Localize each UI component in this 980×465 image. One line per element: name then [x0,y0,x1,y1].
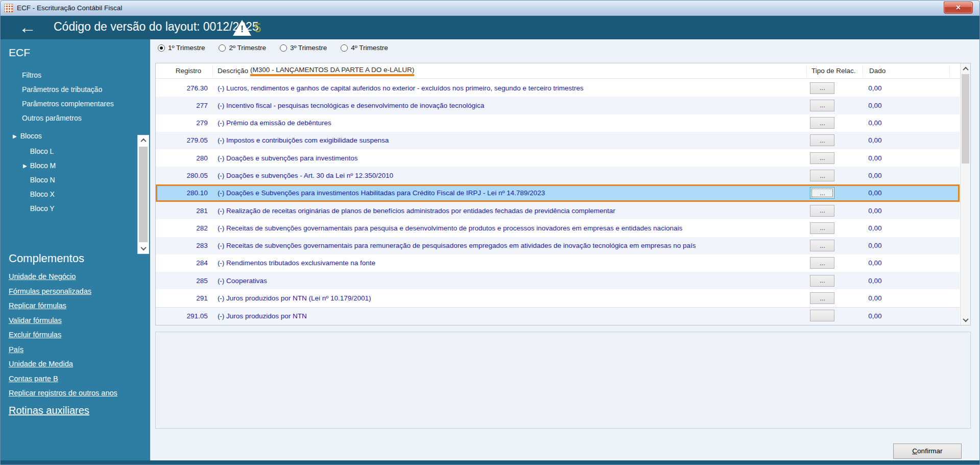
tipo-relac-cell: ... [806,187,862,199]
dado-cell[interactable]: 0,00 [862,312,960,320]
back-arrow-icon[interactable]: ← [19,16,36,38]
tipo-relac-button[interactable]: ... [810,100,834,111]
table-row-284[interactable]: 284 (-) Rendimentos tributados exclusiva… [156,254,960,272]
table-row-277[interactable]: 277 (-) Incentivo fiscal - pesquisas tec… [156,97,960,114]
descricao-cell: (-) Receitas de subvenções governamentai… [213,242,806,249]
link-formulas-personalizadas[interactable]: Fórmulas personalizadas [9,287,150,295]
tipo-relac-cell: ... [806,240,862,251]
table-row-279.05[interactable]: 279.05 (-) Impostos e contribuições com … [156,132,960,149]
tipo-relac-button[interactable]: ... [810,292,834,304]
tree-expand-icon[interactable]: ▶ [23,163,27,169]
column-header-registro: Registro [156,65,213,77]
link-validar-formulas[interactable]: Validar fórmulas [9,316,150,324]
table-row-280.10[interactable]: 280.10 (-) Doações e Subvenções para inv… [156,184,960,202]
dado-cell[interactable]: 0,00 [862,189,960,197]
radio-label: 1º Trimestre [168,44,205,52]
sidebar-item-bloco-n[interactable]: ▶Bloco N [23,176,150,184]
dado-cell[interactable]: 0,00 [862,154,960,162]
radio-icon[interactable] [219,44,226,52]
dado-cell[interactable]: 0,00 [862,119,960,127]
tipo-relac-button[interactable]: ... [810,240,834,251]
tipo-relac-button[interactable]: ... [810,134,834,146]
dado-cell[interactable]: 0,00 [862,224,960,232]
link-excluir-formulas[interactable]: Excluir fórmulas [9,331,150,339]
tipo-relac-button[interactable] [810,310,834,321]
sidebar-item-parametros-complementares[interactable]: Parâmetros complementares [22,100,150,108]
dado-cell[interactable]: 0,00 [862,242,960,249]
dado-cell[interactable]: 0,00 [862,259,960,267]
tipo-relac-button[interactable]: ... [810,205,834,217]
dado-cell[interactable]: 0,00 [862,136,960,144]
sidebar-item-bloco-l[interactable]: ▶Bloco L [23,147,150,156]
dado-cell[interactable]: 0,00 [862,294,960,302]
tipo-relac-button[interactable]: ... [810,275,834,287]
sidebar-scrollbar[interactable] [137,135,149,254]
scrollbar-thumb[interactable] [962,74,969,164]
sidebar-item-bloco-m[interactable]: ▶Bloco M [23,161,150,170]
records-table: Registro Descrição (M300 - LANÇAMENTOS D… [155,63,971,326]
scroll-up-icon[interactable] [138,135,149,146]
link-unidade-de-medida[interactable]: Unidade de Medida [9,360,150,368]
sidebar-item-filtros[interactable]: Filtros [22,71,150,80]
dado-cell[interactable]: 0,00 [862,102,960,109]
sidebar-item-outros-parametros[interactable]: Outros parâmetros [22,114,150,123]
radio-icon[interactable] [158,44,165,52]
radio-icon[interactable] [280,44,287,52]
table-row-291.05[interactable]: 291.05 (-) Juros produzidos por NTN 0,00 [156,307,960,325]
tipo-relac-button[interactable]: ... [810,82,834,94]
dado-cell[interactable]: 0,00 [862,84,960,92]
warning-count: 5 [254,21,261,35]
radio-2-trimestre[interactable]: 2º Trimestre [219,44,266,52]
sidebar-item-bloco-x[interactable]: ▶Bloco X [23,190,150,199]
link-pais[interactable]: País [9,345,150,354]
link-rotinas-auxiliares[interactable]: Rotinas auxiliares [9,405,89,416]
scrollbar-thumb[interactable] [139,147,148,242]
detail-panel [155,332,971,429]
radio-icon[interactable] [341,44,348,52]
table-row-281[interactable]: 281 (-) Realização de receitas originári… [156,202,960,219]
dado-cell[interactable]: 0,00 [862,207,960,215]
tipo-relac-button[interactable]: ... [810,222,834,234]
tree-expand-icon[interactable]: ▶ [13,133,17,139]
scroll-up-icon[interactable] [961,64,970,74]
radio-1-trimestre[interactable]: 1º Trimestre [158,44,205,52]
tipo-relac-cell: ... [806,292,862,304]
table-scrollbar[interactable] [960,63,970,325]
table-row-280[interactable]: 280 (-) Doações e subvenções para invest… [156,149,960,167]
complementos-links: Unidade de NegócioFórmulas personalizada… [9,272,150,397]
tipo-relac-button[interactable]: ... [810,187,834,199]
tipo-relac-button[interactable]: ... [810,152,834,164]
table-row-279[interactable]: 279 (-) Prêmio da emissão de debêntures … [156,114,960,132]
link-replicar-registros-de-outros-anos[interactable]: Replicar registros de outros anos [9,389,150,397]
table-row-282[interactable]: 282 (-) Receitas de subvenções govername… [156,219,960,237]
table-row-285[interactable]: 285 (-) Cooperativas ... 0,00 [156,272,960,289]
registro-cell: 291 [156,294,213,302]
radio-3-trimestre[interactable]: 3º Trimestre [280,44,327,52]
page-header: ← Código de versão do layout: 0012/2025 … [1,16,979,39]
scroll-down-icon[interactable] [138,243,149,253]
link-unidade-de-negocio[interactable]: Unidade de Negócio [9,272,150,281]
sidebar-item-blocos[interactable]: ▶Blocos [13,132,150,140]
link-replicar-formulas[interactable]: Replicar fórmulas [9,301,150,310]
sidebar-item-bloco-y[interactable]: ▶Bloco Y [23,204,150,213]
tipo-relac-button[interactable]: ... [810,117,834,129]
confirm-button[interactable]: Confirmar [893,444,962,459]
table-row-280.05[interactable]: 280.05 (-) Doações e subvenções - Art. 3… [156,167,960,184]
dado-cell[interactable]: 0,00 [862,277,960,285]
close-button[interactable]: × [944,2,973,14]
descricao-cell: (-) Cooperativas [213,277,806,285]
table-row-283[interactable]: 283 (-) Receitas de subvenções govername… [156,237,960,254]
dado-cell[interactable]: 0,00 [862,172,960,179]
table-row-276.30[interactable]: 276.30 (-) Lucros, rendimentos e ganhos … [156,79,960,97]
link-contas-parte-b[interactable]: Contas parte B [9,375,150,383]
table-row-291[interactable]: 291 (-) Juros produzidos por NTN (Lei nº… [156,289,960,307]
tipo-relac-button[interactable]: ... [810,170,834,181]
column-header-descricao: Descrição (M300 - LANÇAMENTOS DA PARTE A… [213,65,807,77]
descricao-cell: (-) Impostos e contribuições com exigibi… [213,136,806,144]
scroll-down-icon[interactable] [961,315,970,324]
tipo-relac-button[interactable]: ... [810,257,834,269]
radio-4-trimestre[interactable]: 4º Trimestre [341,44,388,52]
registro-cell: 277 [156,102,213,109]
tipo-relac-cell: ... [806,275,862,287]
sidebar-item-parametros-de-tributacao[interactable]: Parâmetros de tributação [22,85,150,94]
